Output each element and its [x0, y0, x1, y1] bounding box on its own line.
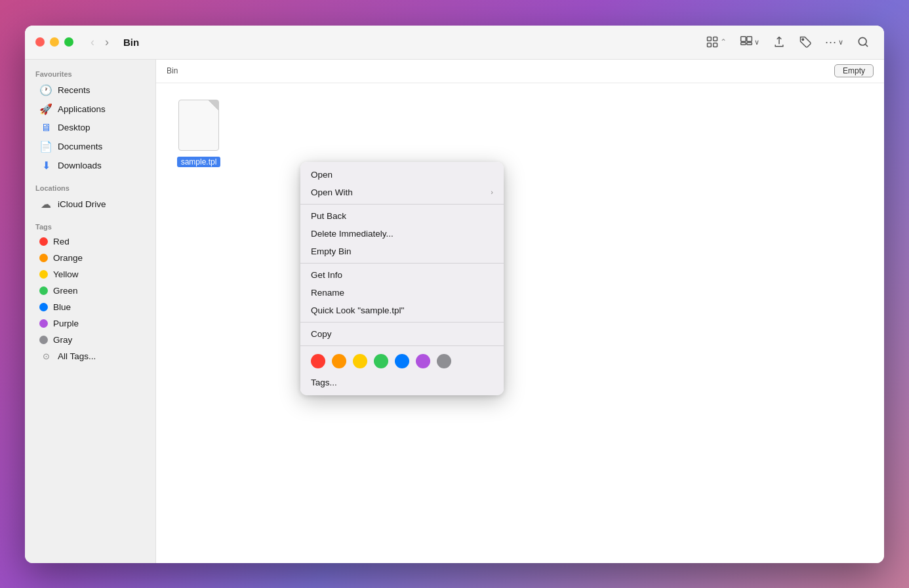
- tag-dot-blue[interactable]: [395, 354, 409, 368]
- menu-item-empty-bin[interactable]: Empty Bin: [300, 243, 504, 260]
- sidebar-tag-blue[interactable]: Blue: [29, 299, 152, 315]
- sidebar-tag-yellow-label: Yellow: [53, 269, 79, 279]
- tag-dot-green[interactable]: [374, 354, 388, 368]
- titlebar: ‹ › Bin ⌃: [25, 26, 884, 60]
- purple-tag-dot: [39, 319, 48, 328]
- sidebar-tag-gray[interactable]: Gray: [29, 332, 152, 348]
- sidebar-tag-red-label: Red: [53, 237, 70, 246]
- tag-dot-yellow[interactable]: [353, 354, 367, 368]
- group-view-button[interactable]: ∨: [736, 33, 763, 51]
- group-view-icon: [740, 35, 753, 49]
- tag-dot-purple[interactable]: [416, 354, 430, 368]
- svg-rect-1: [714, 37, 717, 41]
- sidebar-item-desktop[interactable]: 🖥 Desktop: [29, 119, 152, 137]
- menu-item-get-info[interactable]: Get Info: [300, 266, 504, 284]
- menu-separator-2: [300, 263, 504, 264]
- downloads-icon: ⬇: [39, 159, 52, 172]
- search-button[interactable]: [853, 33, 874, 51]
- menu-item-put-back-label: Put Back: [311, 211, 346, 221]
- svg-rect-3: [714, 43, 717, 47]
- nav-buttons: ‹ ›: [87, 33, 113, 50]
- search-icon: [857, 35, 870, 49]
- more-chevron: ∨: [838, 38, 843, 47]
- menu-item-delete-immediately[interactable]: Delete Immediately...: [300, 225, 504, 243]
- file-item[interactable]: sample.tpl: [169, 96, 228, 167]
- sidebar-item-applications-label: Applications: [58, 104, 106, 114]
- green-tag-dot: [39, 286, 48, 295]
- documents-icon: 📄: [39, 140, 52, 153]
- menu-item-rename-label: Rename: [311, 288, 344, 298]
- icloud-icon: ☁: [39, 198, 52, 210]
- share-button[interactable]: [769, 33, 790, 51]
- empty-bin-button[interactable]: Empty: [834, 64, 874, 77]
- applications-icon: 🚀: [39, 103, 52, 115]
- sidebar-tag-all-label: All Tags...: [58, 351, 96, 361]
- menu-item-rename[interactable]: Rename: [300, 284, 504, 302]
- content-area: Favourites 🕐 Recents 🚀 Applications 🖥 De…: [25, 60, 884, 563]
- menu-item-tags-label: Tags...: [311, 378, 337, 387]
- tag-dot-orange[interactable]: [332, 354, 346, 368]
- sidebar-tag-orange-label: Orange: [53, 253, 83, 263]
- sidebar-tag-yellow[interactable]: Yellow: [29, 266, 152, 283]
- sidebar-item-documents-label: Documents: [58, 142, 102, 151]
- tag-color-dots-row: [300, 349, 504, 374]
- sidebar-tag-red[interactable]: Red: [29, 233, 152, 250]
- menu-item-open-with[interactable]: Open With ›: [300, 184, 504, 201]
- menu-item-delete-immediately-label: Delete Immediately...: [311, 229, 394, 239]
- svg-rect-5: [747, 37, 752, 42]
- svg-rect-6: [741, 43, 746, 45]
- tag-button[interactable]: [795, 33, 816, 51]
- gray-tag-dot: [39, 336, 48, 344]
- sidebar-item-downloads[interactable]: ⬇ Downloads: [29, 156, 152, 175]
- traffic-lights: [35, 37, 73, 47]
- menu-item-open[interactable]: Open: [300, 166, 504, 184]
- icon-view-icon: [706, 35, 719, 49]
- menu-item-get-info-label: Get Info: [311, 270, 342, 280]
- sidebar-tag-purple-label: Purple: [53, 319, 79, 328]
- sidebar-item-recents[interactable]: 🕐 Recents: [29, 81, 152, 100]
- more-actions-button[interactable]: ··· ∨: [821, 33, 847, 52]
- back-button[interactable]: ‹: [87, 33, 98, 50]
- toolbar-actions: ⌃ ∨: [702, 33, 874, 52]
- breadcrumb-bar: Bin Empty: [156, 60, 884, 83]
- orange-tag-dot: [39, 254, 48, 262]
- menu-item-quick-look[interactable]: Quick Look "sample.tpl": [300, 302, 504, 319]
- menu-item-open-with-label: Open With: [311, 187, 353, 197]
- menu-item-empty-bin-label: Empty Bin: [311, 246, 352, 256]
- finder-window: ‹ › Bin ⌃: [25, 26, 884, 563]
- sidebar-item-downloads-label: Downloads: [58, 161, 102, 170]
- share-icon: [773, 35, 786, 49]
- tags-section-label: Tags: [25, 223, 155, 233]
- icon-view-button[interactable]: ⌃: [702, 33, 731, 51]
- file-name: sample.tpl: [177, 157, 221, 167]
- sidebar-item-icloud[interactable]: ☁ iCloud Drive: [29, 195, 152, 214]
- close-button[interactable]: [35, 37, 45, 47]
- menu-separator-3: [300, 322, 504, 323]
- ellipsis-icon: ···: [825, 35, 837, 49]
- sidebar-tag-orange[interactable]: Orange: [29, 250, 152, 266]
- breadcrumb: Bin: [167, 66, 178, 75]
- menu-item-copy-label: Copy: [311, 329, 332, 339]
- svg-point-9: [859, 37, 866, 45]
- menu-item-put-back[interactable]: Put Back: [300, 207, 504, 225]
- svg-rect-7: [747, 43, 752, 45]
- sidebar-tag-purple[interactable]: Purple: [29, 315, 152, 332]
- tag-dot-gray[interactable]: [437, 354, 451, 368]
- menu-item-copy[interactable]: Copy: [300, 325, 504, 343]
- minimize-button[interactable]: [50, 37, 59, 47]
- menu-separator-1: [300, 204, 504, 205]
- maximize-button[interactable]: [64, 37, 73, 47]
- forward-button[interactable]: ›: [101, 33, 113, 50]
- menu-item-tags[interactable]: Tags...: [300, 374, 504, 391]
- sidebar-item-documents[interactable]: 📄 Documents: [29, 137, 152, 156]
- tag-dot-red[interactable]: [311, 354, 325, 368]
- locations-section-label: Locations: [25, 184, 155, 195]
- open-with-submenu-arrow: ›: [491, 188, 493, 196]
- sidebar-tag-blue-label: Blue: [53, 302, 71, 312]
- sidebar-item-applications[interactable]: 🚀 Applications: [29, 100, 152, 119]
- menu-item-quick-look-label: Quick Look "sample.tpl": [311, 305, 404, 315]
- window-title: Bin: [123, 37, 702, 48]
- sidebar-tag-all[interactable]: ⊙ All Tags...: [29, 348, 152, 364]
- sidebar-tag-green[interactable]: Green: [29, 283, 152, 299]
- sidebar-tag-green-label: Green: [53, 286, 78, 296]
